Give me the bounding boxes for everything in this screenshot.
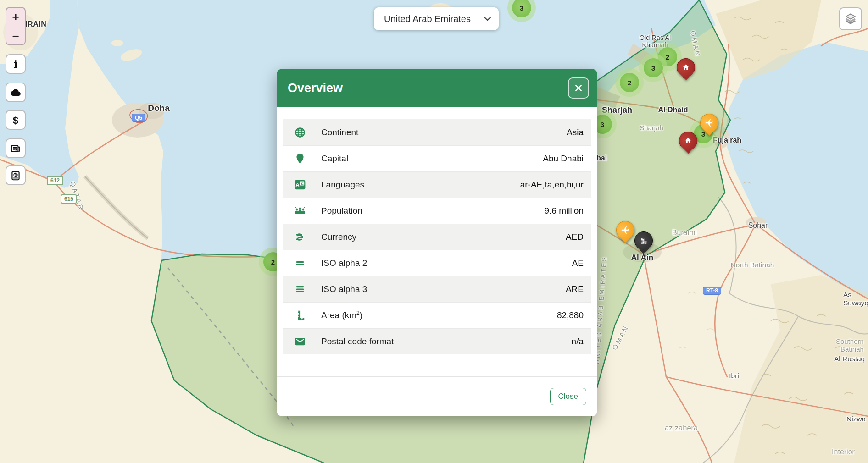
- row-label: Area (km2): [321, 310, 362, 320]
- info-button[interactable]: i: [6, 54, 26, 74]
- modal-header: Overview: [277, 69, 597, 107]
- cluster-marker[interactable]: 2: [615, 68, 644, 97]
- airplane-icon: [705, 118, 714, 127]
- table-row: A Languages ar-AE,fa,en,hi,ur: [283, 171, 591, 198]
- svg-text:i: i: [14, 58, 17, 70]
- row-value: n/a: [572, 336, 584, 347]
- modal-close-x-button[interactable]: [568, 77, 589, 99]
- row-label: Population: [321, 206, 362, 216]
- building-icon: [639, 236, 648, 245]
- urban-doha: [139, 103, 164, 119]
- info-icon: i: [10, 58, 22, 70]
- globe-icon: [294, 127, 306, 138]
- table-row: ISO alpha 2 AE: [283, 250, 591, 276]
- double-bar-icon: [294, 257, 306, 269]
- home-icon: [681, 63, 690, 72]
- modal-body: Continent Asia Capital Abu Dhabi A L: [277, 107, 597, 354]
- row-label: Languages: [321, 180, 364, 190]
- row-value: ar-AE,fa,en,hi,ur: [520, 180, 584, 190]
- layers-icon: [844, 12, 857, 26]
- row-value: Asia: [567, 127, 584, 138]
- news-button[interactable]: [6, 138, 26, 158]
- triple-bar-icon: [294, 283, 306, 295]
- currency-button[interactable]: $: [6, 110, 26, 130]
- home-icon: [684, 136, 693, 145]
- row-value: AE: [572, 258, 584, 268]
- table-row: Area (km2) 82,880: [283, 302, 591, 328]
- row-label: Currency: [321, 232, 356, 242]
- row-value: Abu Dhabi: [543, 154, 584, 164]
- table-row: Population 9.6 million: [283, 198, 591, 224]
- zoom-out-button[interactable]: −: [6, 27, 25, 45]
- cluster-marker[interactable]: 3: [639, 54, 668, 82]
- translate-icon: A: [294, 179, 306, 191]
- svg-text:A: A: [295, 182, 300, 188]
- table-row: Postal code format n/a: [283, 328, 591, 354]
- row-value: AED: [566, 232, 584, 242]
- people-icon: [294, 205, 306, 217]
- row-label: ISO alpha 3: [321, 284, 367, 294]
- table-row: Continent Asia: [283, 119, 591, 145]
- ruler-icon: [294, 309, 306, 321]
- map-app: AHRAIN Doha QATAR Old Ras Al Khaimah Sha…: [0, 0, 868, 463]
- close-icon: [573, 83, 584, 93]
- dollar-icon: $: [10, 114, 22, 126]
- zoom-in-button[interactable]: +: [6, 8, 25, 27]
- chevron-down-icon: [484, 17, 491, 22]
- zoom-control: + −: [6, 7, 26, 45]
- country-selector-value: United Arab Emirates: [384, 14, 481, 24]
- svg-text:$: $: [13, 114, 18, 126]
- airplane-icon: [621, 226, 630, 235]
- row-value: ARE: [566, 284, 584, 294]
- layers-control[interactable]: [839, 7, 862, 30]
- newspaper-icon: [10, 143, 22, 154]
- cloud-icon: [9, 86, 22, 99]
- envelope-icon: [294, 336, 306, 347]
- map-pin-icon: [294, 153, 306, 165]
- row-value: 9.6 million: [544, 206, 584, 216]
- row-label: Continent: [321, 127, 358, 138]
- table-row: Currency AED: [283, 224, 591, 250]
- weather-button[interactable]: [6, 83, 26, 102]
- overview-modal: Overview Continent Asia Cap: [277, 69, 597, 416]
- urban-sohar: [746, 217, 766, 229]
- table-row: Capital Abu Dhabi: [283, 145, 591, 171]
- row-label: ISO alpha 2: [321, 258, 367, 268]
- modal-title: Overview: [288, 81, 343, 95]
- row-label: Postal code format: [321, 336, 394, 347]
- modal-footer: Close: [277, 376, 597, 416]
- atlas-button[interactable]: [6, 165, 26, 185]
- atlas-icon: [10, 170, 22, 182]
- close-button[interactable]: Close: [550, 388, 586, 405]
- row-value: 82,880: [557, 310, 584, 320]
- island: [111, 40, 123, 46]
- coins-icon: [294, 231, 306, 243]
- country-selector[interactable]: United Arab Emirates: [374, 7, 499, 30]
- table-row: ISO alpha 3 ARE: [283, 276, 591, 302]
- row-label: Capital: [321, 154, 348, 164]
